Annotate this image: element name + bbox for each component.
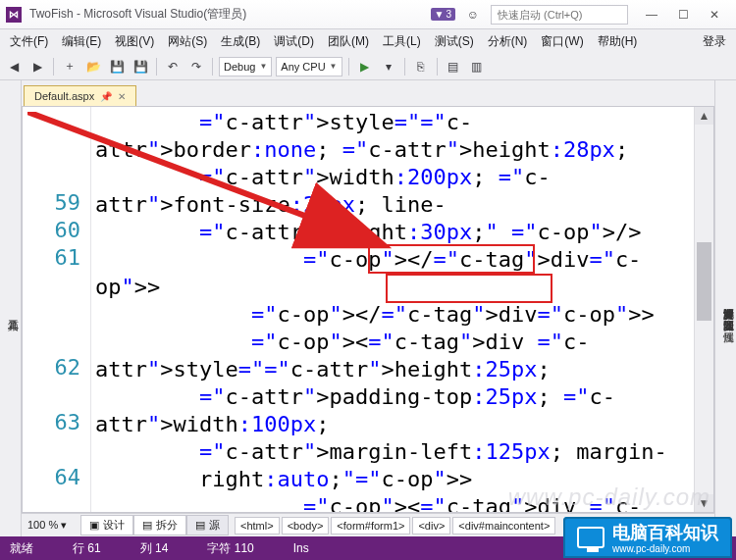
breadcrumb-item[interactable]: <div#maincontent> <box>452 517 555 535</box>
browser-dropdown-icon[interactable]: ▾ <box>379 57 398 76</box>
menu-website[interactable]: 网站(S) <box>162 30 213 53</box>
menu-tools[interactable]: 工具(L) <box>377 30 427 53</box>
line-gutter: 596061626364 <box>23 107 91 512</box>
menu-team[interactable]: 团队(M) <box>322 30 375 53</box>
breadcrumb-item[interactable]: <body> <box>282 517 330 535</box>
menu-help[interactable]: 帮助(H) <box>592 30 644 53</box>
window-title: TwoFish - Microsoft Visual Studio(管理员) <box>29 6 246 23</box>
breadcrumb-item[interactable]: <html> <box>235 517 280 535</box>
login-link[interactable]: 登录 <box>697 30 732 53</box>
quick-launch-input[interactable] <box>491 5 628 25</box>
breadcrumb-item[interactable]: <div> <box>412 517 450 535</box>
monitor-icon <box>577 527 605 548</box>
undo-icon[interactable]: ↶ <box>163 57 183 76</box>
close-button[interactable]: ✕ <box>699 4 730 25</box>
nav-fwd-icon[interactable]: ▶ <box>27 57 47 76</box>
left-tool-strip[interactable]: 工具箱 <box>0 80 22 536</box>
menu-window[interactable]: 窗口(W) <box>535 30 589 53</box>
close-tab-icon[interactable]: ✕ <box>118 91 126 102</box>
vertical-scrollbar[interactable]: ▲ ▼ <box>694 107 713 512</box>
menu-file[interactable]: 文件(F) <box>4 30 54 53</box>
breadcrumb-item[interactable]: <form#form1> <box>331 517 410 535</box>
redo-icon[interactable]: ↷ <box>186 57 206 76</box>
footer-brand: 电脑百科知识 www.pc-daily.com <box>563 517 732 558</box>
code-area[interactable]: ="c-attr">style="="c-attr">border:none; … <box>91 107 692 512</box>
status-col: 列 14 <box>140 540 169 557</box>
scroll-up-icon[interactable]: ▲ <box>695 107 713 125</box>
toolbar: ◀ ▶ ＋ 📂 💾 💾 ↶ ↷ Debug▼ Any CPU▼ ▶ ▾ ⎘ ▤ … <box>0 53 736 80</box>
menu-analyze[interactable]: 分析(N) <box>482 30 534 53</box>
save-icon[interactable]: 💾 <box>107 57 127 76</box>
element-breadcrumb: <html><body><form#form1><div><div#mainco… <box>235 517 555 535</box>
notification-badge[interactable]: ▼3 <box>431 8 455 21</box>
start-debug-button[interactable]: ▶ <box>355 57 375 76</box>
menu-edit[interactable]: 编辑(E) <box>56 30 107 53</box>
zoom-combo[interactable]: 100 % <box>27 519 58 531</box>
tab-default-aspx[interactable]: Default.aspx 📌 ✕ <box>24 85 136 106</box>
menu-bar: 文件(F) 编辑(E) 视图(V) 网站(S) 生成(B) 调试(D) 团队(M… <box>0 29 736 53</box>
attach-icon[interactable]: ⎘ <box>411 57 431 76</box>
comment-icon[interactable]: ▤ <box>444 57 463 76</box>
vs-logo-icon: ⋈ <box>6 7 22 23</box>
status-char: 字符 110 <box>207 540 253 557</box>
menu-debug[interactable]: 调试(D) <box>268 30 320 53</box>
status-line: 行 61 <box>73 540 101 557</box>
mode-source[interactable]: ▤ 源 <box>186 515 229 535</box>
save-all-icon[interactable]: 💾 <box>131 57 150 76</box>
pin-icon[interactable]: 📌 <box>100 91 112 102</box>
code-editor[interactable]: 596061626364 ="c-attr">style="="c-attr">… <box>22 106 714 513</box>
menu-view[interactable]: 视图(V) <box>109 30 160 53</box>
mode-split[interactable]: ▤ 拆分 <box>133 515 186 535</box>
open-icon[interactable]: 📂 <box>83 57 103 76</box>
nav-back-icon[interactable]: ◀ <box>4 57 24 76</box>
maximize-button[interactable]: ☐ <box>667 4 699 25</box>
platform-combo[interactable]: Any CPU▼ <box>276 57 342 76</box>
config-combo[interactable]: Debug▼ <box>219 57 272 76</box>
feedback-icon[interactable]: ☺ <box>463 5 483 25</box>
new-project-icon[interactable]: ＋ <box>60 57 79 76</box>
minimize-button[interactable]: — <box>636 4 667 25</box>
mode-design[interactable]: ▣ 设计 <box>80 515 133 535</box>
menu-test[interactable]: 测试(S) <box>429 30 480 53</box>
title-bar: ⋈ TwoFish - Microsoft Visual Studio(管理员)… <box>0 0 736 29</box>
status-ins: Ins <box>293 541 309 555</box>
right-tool-strip[interactable]: 解决方案资源管理器 团队资源管理器 属性 <box>714 80 736 536</box>
scroll-down-icon[interactable]: ▼ <box>695 494 713 512</box>
scroll-thumb[interactable] <box>697 242 711 321</box>
menu-build[interactable]: 生成(B) <box>215 30 266 53</box>
status-ready: 就绪 <box>10 540 33 557</box>
document-tabs: Default.aspx 📌 ✕ <box>22 80 714 106</box>
uncomment-icon[interactable]: ▥ <box>467 57 487 76</box>
tab-label: Default.aspx <box>34 90 94 102</box>
